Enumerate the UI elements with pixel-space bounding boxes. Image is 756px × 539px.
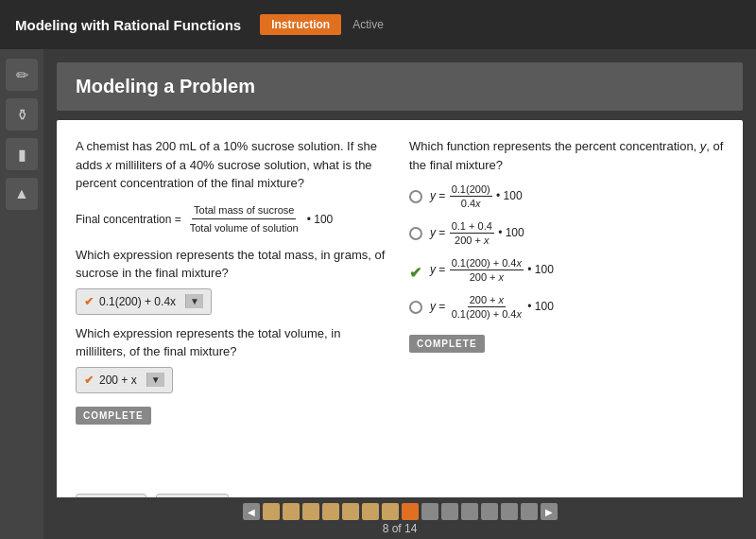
- nav-next-button[interactable]: ▶: [541, 503, 558, 520]
- nav-block-14[interactable]: [521, 503, 538, 520]
- top-bar: Modeling with Rational Functions Instruc…: [0, 0, 756, 49]
- option4-formula: y = 200 + x 0.1(200) + 0.4x • 100: [430, 294, 554, 320]
- formula-fraction: Total mass of sucrose Total volume of so…: [188, 202, 301, 236]
- nav-block-3[interactable]: [302, 503, 319, 520]
- right-question: Which function represents the percent co…: [409, 137, 724, 174]
- nav-block-4[interactable]: [322, 503, 339, 520]
- formula-multiplier: • 100: [307, 211, 334, 228]
- page-title: Modeling with Rational Functions: [15, 17, 241, 33]
- tab-bar: Instruction Active: [260, 14, 395, 35]
- right-column: Which function represents the percent co…: [409, 137, 724, 484]
- question1: Which expression represents the total ma…: [76, 246, 390, 283]
- nav-block-11[interactable]: [461, 503, 478, 520]
- answer2-dropdown[interactable]: ✔ 200 + x ▼: [76, 367, 173, 393]
- nav-block-5[interactable]: [342, 503, 359, 520]
- sidebar-icon-arrow[interactable]: ▲: [6, 178, 38, 210]
- nav-block-12[interactable]: [481, 503, 498, 520]
- answer1-value: 0.1(200) + 0.4x: [99, 293, 176, 310]
- option3-formula: y = 0.1(200) + 0.4x 200 + x • 100: [430, 257, 554, 283]
- option4: y = 200 + x 0.1(200) + 0.4x • 100: [409, 294, 724, 320]
- answer2-value: 200 + x: [99, 372, 137, 389]
- radio1[interactable]: [409, 190, 422, 203]
- dropdown-arrow1[interactable]: ▼: [185, 294, 203, 308]
- nav-block-8[interactable]: [402, 503, 419, 520]
- formula-label: Final concentration =: [76, 211, 181, 228]
- sidebar: ✏ ⚱ ▮ ▲: [0, 49, 43, 539]
- section-title: Modeling a Problem: [57, 62, 743, 111]
- content-card: A chemist has 200 mL of a 10% sucrose so…: [57, 120, 743, 539]
- nav-block-9[interactable]: [421, 503, 438, 520]
- formula-denominator: Total volume of solution: [188, 219, 301, 236]
- option2-formula: y = 0.1 + 0.4 200 + x • 100: [430, 220, 524, 246]
- sidebar-icon-grid[interactable]: ▮: [6, 138, 38, 170]
- formula-numerator: Total mass of sucrose: [192, 202, 296, 220]
- radio4[interactable]: [409, 301, 422, 314]
- check-icon1: ✔: [84, 293, 94, 310]
- nav-block-13[interactable]: [501, 503, 518, 520]
- tab-active[interactable]: Active: [341, 14, 395, 35]
- nav-bar: ◀ ▶ 8 of 14: [43, 497, 756, 539]
- answer1-dropdown[interactable]: ✔ 0.1(200) + 0.4x ▼: [76, 288, 212, 315]
- option1: y = 0.1(200) 0.4x • 100: [409, 183, 724, 209]
- radio2[interactable]: [409, 227, 422, 240]
- nav-block-7[interactable]: [382, 503, 399, 520]
- nav-block-10[interactable]: [441, 503, 458, 520]
- main-area: Modeling a Problem A chemist has 200 mL …: [43, 49, 756, 539]
- check-icon2: ✔: [84, 372, 94, 389]
- nav-block-2[interactable]: [283, 503, 300, 520]
- formula-box: Final concentration = Total mass of sucr…: [76, 202, 390, 236]
- nav-counter: 8 of 14: [383, 522, 418, 535]
- left-column: A chemist has 200 mL of a 10% sucrose so…: [76, 137, 390, 484]
- nav-block-6[interactable]: [362, 503, 379, 520]
- check-icon3: ✔: [409, 264, 422, 277]
- option3: ✔ y = 0.1(200) + 0.4x 200 + x • 100: [409, 257, 724, 283]
- complete-button-left[interactable]: COMPLETE: [76, 407, 151, 425]
- content-columns: A chemist has 200 mL of a 10% sucrose so…: [76, 137, 724, 484]
- nav-prev-button[interactable]: ◀: [243, 503, 260, 520]
- nav-block-1[interactable]: [263, 503, 280, 520]
- option2: y = 0.1 + 0.4 200 + x • 100: [409, 220, 724, 246]
- problem-text: A chemist has 200 mL of a 10% sucrose so…: [76, 137, 390, 193]
- sidebar-icon-pencil[interactable]: ✏: [6, 59, 38, 91]
- option1-formula: y = 0.1(200) 0.4x • 100: [430, 183, 523, 209]
- complete-button-right[interactable]: COMPLETE: [409, 335, 485, 353]
- tab-instruction[interactable]: Instruction: [260, 14, 341, 35]
- dropdown-arrow2[interactable]: ▼: [146, 373, 164, 387]
- sidebar-icon-headphones[interactable]: ⚱: [6, 98, 38, 130]
- question2: Which expression represents the total vo…: [76, 324, 390, 361]
